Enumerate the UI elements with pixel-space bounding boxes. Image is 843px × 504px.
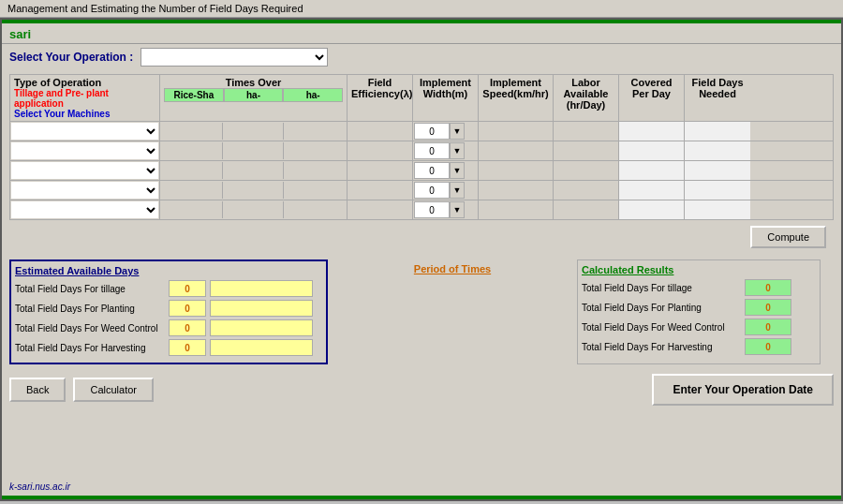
cpd-cell (619, 181, 685, 200)
table-row: ▼ (9, 122, 834, 141)
calc-input-0[interactable] (745, 279, 791, 296)
estimated-row: Total Field Days For Harvesting (15, 339, 322, 356)
fe-cell (348, 141, 413, 160)
iw-arrow-1[interactable]: ▼ (450, 142, 465, 159)
calculated-box: Calculated Results Total Field Days For … (577, 259, 821, 364)
calc-label-3: Total Field Days For Harvesting (582, 342, 741, 352)
calculated-rows: Total Field Days For tillage Total Field… (582, 279, 816, 355)
times-data-3 (284, 182, 346, 199)
machine-select-4[interactable] (11, 201, 158, 218)
times-data-cell (160, 200, 348, 219)
est-input-0[interactable] (169, 280, 206, 297)
times-over-sub: Rice-Sha ha- ha- (164, 88, 343, 102)
est-period-2[interactable] (210, 319, 313, 336)
iw-arrow-0[interactable]: ▼ (450, 123, 465, 140)
title-bar: Management and Estimating the Number of … (0, 0, 843, 18)
est-label-2: Total Field Days For Weed Control (15, 323, 165, 334)
times-data-2 (223, 123, 285, 140)
machine-select-3[interactable] (11, 182, 158, 199)
machine-select-2[interactable] (11, 162, 158, 179)
estimated-rows: Total Field Days For tillage Total Field… (15, 280, 322, 356)
fe-label: Field Efficiency(λ) (351, 77, 412, 99)
back-button[interactable]: Back (9, 378, 66, 402)
times-data-2 (223, 162, 285, 179)
la-header: Labor Available (hr/Day) (554, 75, 619, 121)
machine-select-0[interactable] (11, 123, 158, 140)
est-input-1[interactable] (169, 300, 206, 317)
type-sub1: Tillage and Pre- plant application (14, 88, 155, 109)
estimated-title: Estimated Available Days (15, 265, 322, 276)
times-data-2 (223, 201, 285, 218)
est-period-3[interactable] (210, 339, 313, 356)
iw-arrow-2[interactable]: ▼ (450, 162, 465, 179)
calculated-row: Total Field Days For Planting (582, 299, 816, 316)
estimated-row: Total Field Days For Weed Control (15, 319, 322, 336)
machine-select-cell[interactable] (10, 181, 160, 200)
est-label-3: Total Field Days For Harvesting (15, 343, 165, 353)
times-over-label: Times Over (164, 77, 343, 88)
type-label: Type of Operation (14, 77, 155, 88)
times-over-header: Times Over Rice-Sha ha- ha- (160, 75, 348, 121)
compute-button[interactable]: Compute (750, 226, 826, 248)
app-logo: sari (9, 27, 31, 41)
iw-input-4[interactable] (414, 201, 450, 218)
machine-select-cell[interactable] (10, 141, 160, 160)
times-col-2: ha- (224, 88, 284, 102)
iw-cell: ▼ (413, 200, 479, 219)
iw-arrow-4[interactable]: ▼ (450, 201, 465, 218)
fdn-cell (685, 161, 750, 180)
table-row: ▼ (9, 181, 834, 200)
period-box: Period of Times (335, 259, 569, 364)
main-container: sari Select Your Operation : Type of Ope… (0, 18, 843, 501)
is-cell (479, 200, 554, 219)
machine-select-cell[interactable] (10, 200, 160, 219)
times-data-1 (161, 201, 223, 218)
machine-select-cell[interactable] (10, 161, 160, 180)
iw-input-2[interactable] (414, 162, 450, 179)
fdn-header: Field Days Needed (685, 75, 750, 121)
calc-label-2: Total Field Days For Weed Control (582, 322, 741, 333)
calculated-row: Total Field Days For Weed Control (582, 319, 816, 335)
times-data-2 (223, 142, 285, 159)
la-cell (554, 141, 619, 160)
times-data-1 (161, 123, 223, 140)
is-header: Implement Speed(km/hr) (479, 75, 554, 121)
calc-input-3[interactable] (745, 338, 791, 355)
table-body: ▼ ▼ (9, 122, 834, 220)
times-data-3 (284, 201, 346, 218)
calculator-button[interactable]: Calculator (73, 378, 154, 402)
iw-input-3[interactable] (414, 182, 450, 199)
calc-input-2[interactable] (745, 319, 791, 335)
operation-select[interactable] (140, 48, 328, 67)
cpd-cell (619, 122, 685, 141)
table-row: ▼ (9, 200, 834, 220)
is-cell (479, 122, 554, 141)
machine-select-cell[interactable] (10, 122, 160, 141)
machine-select-1[interactable] (11, 142, 158, 159)
iw-arrow-3[interactable]: ▼ (450, 182, 465, 199)
iw-label: Implement Width(m) (420, 77, 471, 99)
enter-date-button[interactable]: Enter Your Operation Date (652, 374, 834, 406)
bottom-bar (2, 496, 841, 499)
period-title: Period of Times (339, 263, 566, 274)
times-data-3 (284, 142, 346, 159)
times-data-1 (161, 182, 223, 199)
estimated-box: Estimated Available Days Total Field Day… (9, 259, 328, 364)
est-period-1[interactable] (210, 300, 313, 317)
est-input-2[interactable] (169, 319, 206, 336)
iw-input-1[interactable] (414, 142, 450, 159)
fe-cell (348, 161, 413, 180)
times-data-cell (160, 141, 348, 160)
iw-input-0[interactable] (414, 123, 450, 140)
calc-input-1[interactable] (745, 299, 791, 316)
cpd-label: Covered Per Day (630, 77, 672, 99)
cpd-cell (619, 161, 685, 180)
est-period-0[interactable] (210, 280, 313, 297)
iw-cell: ▼ (413, 141, 479, 160)
times-data-3 (284, 123, 346, 140)
est-label-1: Total Field Days For Planting (15, 304, 165, 314)
times-data-1 (161, 142, 223, 159)
cpd-cell (619, 200, 685, 219)
table-header: Type of Operation Tillage and Pre- plant… (9, 74, 834, 122)
est-input-3[interactable] (169, 339, 206, 356)
